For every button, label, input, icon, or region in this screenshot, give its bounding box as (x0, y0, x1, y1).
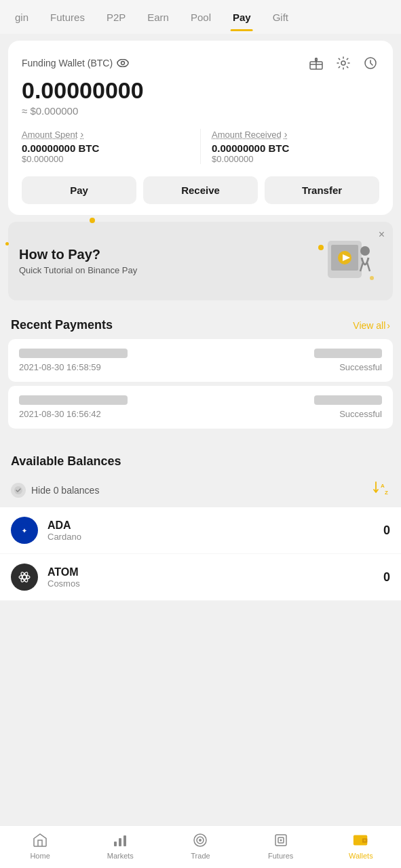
amount-spent-btc: 0.00000000 BTC (22, 142, 189, 154)
wallet-title-text: Funding Wallet (BTC) (22, 58, 113, 68)
balance-stats-row: Amount Spent › 0.00000000 BTC $0.000000 … (22, 129, 379, 164)
nav-item-margin[interactable]: gin (5, 3, 38, 31)
payment-status-2: Successful (339, 409, 382, 419)
svg-text:✦: ✦ (22, 528, 27, 534)
amount-spent-usd: $0.000000 (22, 154, 189, 164)
bottom-nav-wallets[interactable]: Wallets (341, 831, 381, 860)
atom-symbol: ATOM (47, 566, 383, 578)
ada-symbol: ADA (47, 519, 383, 532)
futures-icon (272, 831, 290, 849)
wallets-icon (352, 831, 370, 849)
banner-subtitle: Quick Tutorial on Binance Pay (19, 265, 307, 275)
home-icon (31, 831, 49, 849)
eye-icon[interactable] (117, 59, 129, 67)
how-to-pay-banner: How to Pay? Quick Tutorial on Binance Pa… (8, 222, 393, 300)
home-label: Home (30, 852, 50, 860)
payment-blurred-name-2 (19, 395, 128, 405)
available-balances-section: Available Balances Hide 0 balances A (0, 433, 401, 601)
svg-text:Z: Z (385, 490, 388, 496)
svg-rect-23 (114, 842, 117, 846)
ada-icon: ✦ (11, 517, 38, 544)
banner-graphic (307, 234, 382, 288)
balances-title: Available Balances (11, 454, 121, 469)
view-all-chevron-icon: › (387, 320, 390, 331)
hide-zero-label: Hide 0 balances (31, 485, 99, 496)
balance-usd: ≈ $0.000000 (22, 105, 379, 117)
svg-point-18 (18, 570, 31, 584)
banner-title: How to Pay? (19, 247, 307, 262)
wallet-header: Funding Wallet (BTC) (22, 54, 379, 72)
bottom-nav-markets[interactable]: Markets (100, 831, 140, 860)
coin-item-atom[interactable]: ATOM Cosmos 0 (0, 554, 401, 601)
svg-point-12 (370, 276, 374, 280)
amount-received-col[interactable]: Amount Received › 0.00000000 BTC $0.0000… (212, 129, 379, 164)
coin-item-ada[interactable]: ✦ ADA Cardano 0 (0, 507, 401, 554)
payment-date-1: 2021-08-30 16:58:59 (19, 362, 101, 372)
balance-amount: 0.00000000 (22, 77, 379, 104)
wallet-card: Funding Wallet (BTC) (8, 41, 393, 215)
pay-button[interactable]: Pay (22, 176, 136, 204)
recent-payments-header: Recent Payments View all › (0, 307, 401, 339)
sort-az-icon[interactable]: A Z (373, 481, 390, 499)
clock-icon[interactable] (362, 54, 379, 72)
payment-top-2 (19, 395, 382, 405)
svg-point-10 (360, 246, 370, 256)
action-buttons: Pay Receive Transfer (22, 176, 379, 204)
bottom-nav-home[interactable]: Home (20, 831, 60, 860)
settings-icon[interactable] (335, 54, 352, 72)
svg-point-4 (341, 61, 345, 65)
receive-button[interactable]: Receive (143, 176, 258, 204)
bottom-navigation: Home Markets Trade (0, 825, 401, 868)
wallet-title: Funding Wallet (BTC) (22, 58, 129, 68)
wallet-action-icons (307, 54, 379, 72)
trade-label: Trade (191, 852, 210, 860)
nav-item-pay[interactable]: Pay (223, 3, 261, 31)
transfer-button[interactable]: Transfer (265, 176, 379, 204)
recent-payments-title: Recent Payments (11, 318, 113, 332)
trade-icon (191, 831, 209, 849)
payment-blurred-amount-2 (314, 395, 382, 405)
wallets-label: Wallets (349, 852, 373, 860)
bottom-nav-futures[interactable]: Futures (261, 831, 301, 860)
nav-item-futures[interactable]: Futures (41, 3, 94, 31)
payment-status-1: Successful (339, 362, 382, 372)
payment-date-2: 2021-08-30 16:56:42 (19, 409, 101, 419)
nav-item-pool[interactable]: Pool (181, 3, 221, 31)
banner-close-button[interactable]: × (379, 229, 385, 241)
payment-item-1[interactable]: 2021-08-30 16:58:59 Successful (8, 339, 393, 382)
svg-point-0 (117, 60, 128, 67)
gift-icon[interactable] (307, 54, 325, 72)
check-circle-icon (11, 483, 26, 498)
atom-info: ATOM Cosmos (47, 566, 383, 589)
ada-balance: 0 (383, 524, 390, 538)
balances-header: Available Balances (0, 443, 401, 475)
nav-item-p2p[interactable]: P2P (97, 3, 135, 31)
svg-point-11 (318, 245, 324, 250)
svg-rect-24 (119, 838, 121, 846)
svg-point-28 (199, 839, 202, 842)
amount-received-usd: $0.000000 (212, 154, 379, 164)
markets-icon (111, 831, 129, 849)
svg-point-34 (364, 840, 366, 842)
banner-text: How to Pay? Quick Tutorial on Binance Pa… (19, 247, 307, 275)
top-navigation: gin Futures P2P Earn Pool Pay Gift (0, 0, 401, 34)
markets-label: Markets (107, 852, 134, 860)
nav-item-gift[interactable]: Gift (263, 3, 298, 31)
hide-zero-toggle[interactable]: Hide 0 balances (11, 483, 99, 498)
amount-spent-label: Amount Spent › (22, 129, 189, 140)
amount-spent-col[interactable]: Amount Spent › 0.00000000 BTC $0.000000 (22, 129, 189, 164)
ada-info: ADA Cardano (47, 519, 383, 542)
payment-item-2[interactable]: 2021-08-30 16:56:42 Successful (8, 386, 393, 429)
banner-dot-2 (5, 242, 9, 245)
bottom-nav-trade[interactable]: Trade (180, 831, 221, 860)
amount-received-btc: 0.00000000 BTC (212, 142, 379, 154)
futures-label: Futures (268, 852, 293, 860)
atom-balance: 0 (383, 570, 390, 585)
nav-item-earn[interactable]: Earn (138, 3, 178, 31)
view-all-button[interactable]: View all › (353, 320, 390, 331)
spent-chevron-icon: › (80, 129, 83, 140)
balance-divider (200, 129, 201, 164)
payment-blurred-name-1 (19, 349, 128, 358)
amount-received-label: Amount Received › (212, 129, 379, 140)
payment-blurred-amount-1 (314, 349, 382, 358)
